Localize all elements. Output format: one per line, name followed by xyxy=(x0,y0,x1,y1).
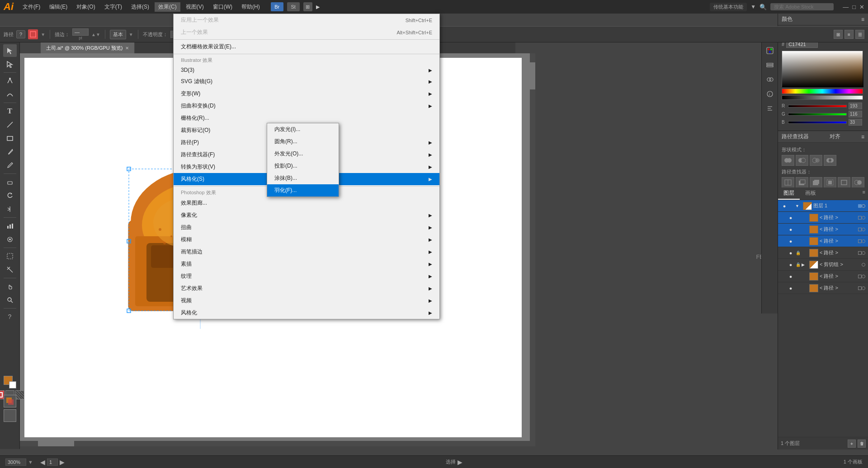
vertical-scrollbar[interactable] xyxy=(530,53,535,446)
artboard-tool[interactable] xyxy=(3,250,17,262)
effect-svg-item[interactable]: SVG 滤镜(G) ▶ xyxy=(174,75,439,88)
clip-group-lock[interactable]: 🔒 xyxy=(794,261,802,268)
minus-back-btn[interactable] xyxy=(852,177,864,188)
intersect-btn[interactable] xyxy=(810,155,822,166)
search-input[interactable] xyxy=(770,3,834,10)
artboards-tab[interactable]: 画板 xyxy=(800,187,821,200)
action-play-btn[interactable]: ▶ xyxy=(458,459,462,466)
effect-rasterize-item[interactable]: 栅格化(R)... xyxy=(174,112,439,124)
clip-group-eye[interactable]: ● xyxy=(787,261,794,268)
divide-btn[interactable] xyxy=(782,177,794,188)
r-input[interactable] xyxy=(849,103,862,109)
align-panel-icon[interactable] xyxy=(764,102,776,115)
grid-btn[interactable]: ⊞ xyxy=(303,2,312,11)
hue-spectrum[interactable] xyxy=(782,89,863,94)
effect-deform-item[interactable]: 变形(W) ▶ xyxy=(174,88,439,100)
effect-3d-item[interactable]: 3D(3) ▶ xyxy=(174,65,439,75)
layer-1-lock[interactable] xyxy=(788,202,795,210)
minimize-btn[interactable]: — xyxy=(843,4,849,10)
path-5-lock[interactable] xyxy=(794,273,802,280)
make-layer-btn[interactable]: + xyxy=(848,440,856,448)
pencil-tool[interactable] xyxy=(3,159,17,172)
curvature-tool[interactable] xyxy=(3,88,17,101)
unite-btn[interactable] xyxy=(782,155,794,166)
mirror-tool[interactable] xyxy=(3,203,17,215)
layers-panel-icon[interactable] xyxy=(764,59,776,71)
help-tool[interactable]: ? xyxy=(3,310,17,323)
zoom-arrow[interactable]: ▼ xyxy=(28,459,33,465)
grid-view-btn[interactable]: ⊞ xyxy=(834,30,843,39)
menu-edit[interactable]: 编辑(E) xyxy=(46,2,71,12)
pen-tool[interactable] xyxy=(3,75,17,87)
color-panel-icon[interactable] xyxy=(764,44,776,57)
minus-front-btn[interactable] xyxy=(796,155,808,166)
layer-path-1[interactable]: ● < 路径 > xyxy=(778,212,868,224)
menu-object[interactable]: 对象(O) xyxy=(73,2,99,12)
artboard-prev-btn[interactable]: ◀ xyxy=(40,459,45,466)
line-tool[interactable] xyxy=(3,118,17,131)
bridge-btn[interactable]: Br xyxy=(271,2,283,11)
path-3-lock[interactable] xyxy=(794,238,802,245)
selection-tool[interactable] xyxy=(3,44,17,57)
list-view-btn[interactable]: ≡ xyxy=(844,30,854,39)
scrollbar-thumb-h[interactable] xyxy=(38,441,74,446)
delete-layer-btn[interactable]: 🗑 xyxy=(858,440,866,448)
panel-menu-btn[interactable]: ☰ xyxy=(855,30,864,39)
layer-1-expand[interactable]: ▼ xyxy=(795,204,802,208)
effect-distort-item[interactable]: 扭曲和变换(D) ▶ xyxy=(174,100,439,112)
ps-brushstroke-item[interactable]: 画笔描边 ▶ xyxy=(174,246,439,258)
hand-tool[interactable] xyxy=(3,280,17,293)
tab-close-btn[interactable]: ✕ xyxy=(125,46,129,51)
color-panel-menu-icon[interactable]: ≡ xyxy=(861,16,864,23)
path-6-eye[interactable]: ● xyxy=(787,285,794,292)
layer-path-2[interactable]: ● < 路径 > xyxy=(778,224,868,235)
b-input[interactable] xyxy=(849,119,862,126)
basic-btn[interactable]: 基本 xyxy=(110,30,126,39)
graph-tool[interactable] xyxy=(3,220,17,232)
menu-type[interactable]: 文字(T) xyxy=(101,2,126,12)
stroke-width-input[interactable] xyxy=(72,28,89,36)
ps-blur-item[interactable]: 模糊 ▶ xyxy=(174,234,439,246)
layer-path-6[interactable]: ● < 路径 > xyxy=(778,282,868,294)
scribble-item[interactable]: 涂抹(B)... xyxy=(267,172,339,184)
artboard-preview[interactable] xyxy=(4,409,16,422)
inner-glow-item[interactable]: 内发光(I)... xyxy=(267,123,339,136)
artboard-input[interactable] xyxy=(47,459,58,466)
horizontal-scrollbar[interactable] xyxy=(20,441,530,446)
clip-group-expand[interactable]: ▶ xyxy=(802,262,808,267)
doc-raster-settings-item[interactable]: 文档栅格效果设置(E)... xyxy=(174,41,439,53)
exclude-btn[interactable] xyxy=(824,155,836,166)
artboard-next-btn[interactable]: ▶ xyxy=(60,459,65,466)
brightness-spectrum[interactable] xyxy=(782,95,863,100)
ps-gallery-item[interactable]: 效果图廊... xyxy=(174,197,439,209)
merge-btn[interactable] xyxy=(810,177,822,188)
path-3-eye[interactable]: ● xyxy=(787,238,794,245)
layer-clip-group[interactable]: ● 🔒 ▶ < 剪切组 > xyxy=(778,259,868,271)
outer-glow-item[interactable]: 外发光(O)... xyxy=(267,148,339,160)
trim-btn[interactable] xyxy=(796,177,808,188)
rotate-tool[interactable] xyxy=(3,189,17,202)
ps-stylize-item[interactable]: 风格化 ▶ xyxy=(174,307,439,319)
round-corners-item[interactable]: 圆角(R)... xyxy=(267,136,339,148)
g-input[interactable] xyxy=(849,111,862,117)
pathfinder-menu-icon[interactable]: ≡ xyxy=(861,134,864,140)
symbol-tool[interactable] xyxy=(3,233,17,246)
ps-sketch-item[interactable]: 素描 ▶ xyxy=(174,258,439,270)
color-selector[interactable] xyxy=(4,376,16,388)
outline-btn[interactable] xyxy=(838,177,850,188)
drop-shadow-item[interactable]: 投影(D)... xyxy=(267,160,339,172)
none-btn[interactable] xyxy=(15,390,24,399)
crop-btn[interactable] xyxy=(824,177,836,188)
path-1-lock[interactable] xyxy=(794,214,802,221)
r-slider[interactable] xyxy=(788,105,847,108)
g-slider[interactable] xyxy=(788,113,847,116)
path-4-lock[interactable]: 🔒 xyxy=(794,249,802,257)
color-panel-header[interactable]: 颜色 ≡ xyxy=(778,14,868,25)
document-tab[interactable]: 土司.ai* @ 300% (RGB/GPU 预览) ✕ xyxy=(41,42,135,53)
ps-texture-item[interactable]: 纹理 ▶ xyxy=(174,270,439,282)
color-gradient-area[interactable] xyxy=(782,51,863,87)
ps-pixelate-item[interactable]: 像素化 ▶ xyxy=(174,209,439,221)
layer-path-3[interactable]: ● < 路径 > xyxy=(778,235,868,247)
b-slider[interactable] xyxy=(788,121,847,124)
slice-tool[interactable] xyxy=(3,263,17,276)
